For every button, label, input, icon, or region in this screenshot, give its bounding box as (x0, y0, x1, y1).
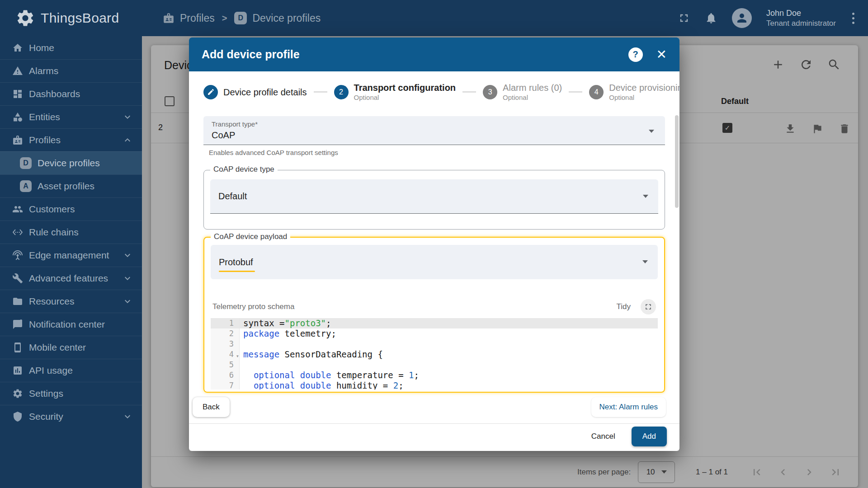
sidebar-item-profiles[interactable]: Profiles (0, 128, 142, 151)
tools-icon (12, 273, 23, 284)
step-alarm-rules[interactable]: 3 Alarm rules (0) Optional (483, 82, 562, 102)
chevron-down-icon (122, 273, 133, 284)
coap-device-type-select[interactable]: Default (210, 179, 658, 214)
sidebar-item-mobile-center[interactable]: Mobile center (0, 336, 142, 359)
coap-device-type-group: CoAP device type Default (203, 170, 665, 230)
sidebar-item-home[interactable]: Home (0, 36, 142, 59)
thingsboard-logo[interactable]: ThingsBoard (0, 8, 142, 28)
step-label: Device provisioning (609, 82, 679, 93)
line-number: 7 (211, 380, 240, 389)
sidebar-item-entities[interactable]: Entities (0, 105, 142, 128)
dialog-title: Add device profile (202, 48, 300, 61)
editor-fullscreen-button[interactable] (641, 299, 656, 314)
close-button[interactable]: ✕ (656, 48, 667, 61)
shield-icon (12, 411, 23, 422)
step-device-provisioning[interactable]: 4 Device provisioning Optional (589, 82, 679, 102)
step-optional-label: Optional (609, 93, 679, 102)
code-line: 3 (211, 339, 658, 349)
step-transport-configuration[interactable]: 2 Transport configuration Optional (334, 82, 456, 102)
tidy-button[interactable]: Tidy (611, 300, 637, 314)
line-number: 6 (211, 370, 240, 380)
step-label: Alarm rules (0) (503, 82, 562, 93)
people-icon (12, 204, 23, 215)
step-number: 4 (589, 85, 604, 99)
dropdown-caret-icon (642, 260, 648, 263)
sidebar-item-edge-management[interactable]: Edge management (0, 244, 142, 267)
breadcrumb-separator: > (222, 13, 227, 23)
breadcrumb-profiles[interactable]: Profiles (163, 12, 215, 24)
user-name: John Doe (766, 8, 836, 19)
person-icon (735, 11, 749, 25)
coap-device-payload-value: Protobuf (219, 257, 253, 267)
sidebar-item-settings[interactable]: Settings (0, 382, 142, 405)
pencil-icon (203, 85, 218, 99)
sidebar-item-security[interactable]: Security (0, 405, 142, 428)
transport-type-label: Transport type* (212, 120, 657, 128)
more-menu-button[interactable] (850, 11, 856, 26)
back-button[interactable]: Back (193, 397, 230, 417)
badge-icon (163, 12, 175, 24)
fullscreen-icon (678, 12, 690, 24)
chevron-down-icon (122, 411, 133, 422)
editor-toolbar: Telemetry proto schema Tidy (211, 299, 658, 314)
step-number: 3 (483, 85, 497, 99)
coap-device-payload-select[interactable]: Protobuf (211, 245, 658, 279)
gear-icon (12, 388, 23, 399)
fullscreen-button[interactable] (678, 12, 690, 24)
stepper: Device profile details 2 Transport confi… (189, 71, 679, 110)
folder-icon (12, 296, 23, 307)
step-connector (462, 92, 476, 92)
badge-icon (12, 135, 23, 145)
sidebar-item-customers[interactable]: Customers (0, 197, 142, 221)
code-line: 6 optional double temperature = 1; (211, 370, 658, 380)
add-confirm-button[interactable]: Add (632, 427, 667, 446)
next-alarm-rules-button[interactable]: Next: Alarm rules (591, 397, 666, 417)
step-device-profile-details[interactable]: Device profile details (203, 85, 307, 99)
sidebar-item-notification-center[interactable]: Notification center (0, 313, 142, 336)
gear-logo-icon (15, 8, 35, 28)
rule-chains-icon (12, 227, 23, 238)
transport-type-select[interactable]: Transport type* CoAP (203, 116, 665, 145)
dashboards-icon (12, 89, 23, 99)
proto-schema-editor[interactable]: 1 syntax ="proto3"; 2 package telemetry;… (211, 318, 658, 389)
coap-device-type-legend: CoAP device type (210, 165, 278, 174)
sidebar-item-resources[interactable]: Resources (0, 290, 142, 313)
chart-icon (12, 365, 23, 376)
breadcrumb-current-label: Device profiles (252, 12, 321, 24)
code-line: 5 (211, 360, 658, 370)
step-connector (569, 92, 582, 92)
sidebar-item-rule-chains[interactable]: Rule chains (0, 221, 142, 244)
step-optional-label: Optional (354, 93, 456, 102)
chevron-up-icon (122, 135, 133, 145)
transport-type-hint: Enables advanced CoAP transport settings (203, 149, 665, 156)
user-avatar[interactable] (732, 8, 752, 28)
sidebar-item-advanced-features[interactable]: Advanced features (0, 267, 142, 290)
user-info[interactable]: John Doe Tenant administrator (766, 8, 836, 28)
chevron-down-icon (122, 112, 133, 122)
help-button[interactable]: ? (628, 47, 643, 62)
logo-text: ThingsBoard (41, 10, 119, 26)
breadcrumb-device-profiles[interactable]: D Device profiles (234, 12, 321, 24)
sidebar-item-alarms[interactable]: Alarms (0, 59, 142, 82)
code-line: 1 syntax ="proto3"; (211, 318, 658, 328)
sidebar-item-dashboards[interactable]: Dashboards (0, 82, 142, 105)
dialog-scrollbar-thumb[interactable] (675, 115, 679, 208)
bell-icon (705, 12, 717, 24)
warning-icon (12, 66, 23, 76)
cancel-button[interactable]: Cancel (591, 432, 615, 441)
step-number: 2 (334, 85, 349, 99)
chat-bubble-icon (12, 319, 23, 330)
coap-device-type-value: Default (218, 191, 247, 202)
telemetry-proto-schema-label: Telemetry proto schema (212, 302, 294, 311)
line-number: 5 (211, 360, 240, 370)
sidebar-item-asset-profiles[interactable]: A Asset profiles (0, 174, 142, 197)
sidebar-item-device-profiles[interactable]: D Device profiles (0, 151, 142, 174)
breadcrumb-parent-label: Profiles (180, 12, 215, 24)
dropdown-caret-icon (649, 130, 654, 133)
chevron-down-icon (122, 296, 133, 307)
home-icon (12, 42, 23, 53)
notifications-button[interactable] (705, 12, 717, 24)
coap-device-payload-group: CoAP device payload Protobuf Telemetry p… (203, 237, 665, 393)
topbar-actions: John Doe Tenant administrator (678, 8, 868, 28)
sidebar-item-api-usage[interactable]: API usage (0, 359, 142, 382)
